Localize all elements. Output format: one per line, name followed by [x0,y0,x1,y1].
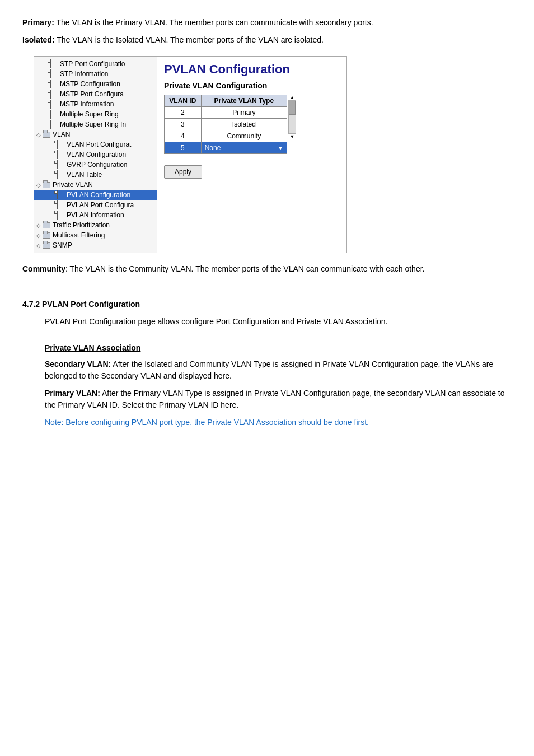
nav-item-mstp-config[interactable]: MSTP Configuration [34,79,157,89]
nav-item-mstp-info[interactable]: MSTP Information [34,99,157,109]
scroll-up-icon[interactable]: ▲ [288,95,296,100]
table-row[interactable]: 2 Primary [165,107,287,119]
col-vlan-type: Private VLAN Type [201,95,287,107]
nav-item-vlan-config[interactable]: VLAN Configuration [34,150,157,160]
para2-text: The VLAN is the Isolated VLAN. The membe… [55,35,324,44]
vlan-type-isolated: Isolated [201,119,287,130]
section-desc: PVLAN Port Configuration page allows con… [45,316,512,328]
col-vlan-id: VLAN ID [165,95,202,107]
vlan-id-5: 5 [165,142,202,154]
assoc-title: Private VLAN Association [45,342,512,354]
primary-vlan-text: After the Primary VLAN Type is assigned … [45,389,505,409]
nav-group-pvlan[interactable]: ◇ Private VLAN [34,180,157,190]
pvlan-table: VLAN ID Private VLAN Type 2 Primary 3 Is… [164,95,287,154]
para1-label: Primary: [22,18,54,27]
nav-item-vlan-port[interactable]: VLAN Port Configurat [34,139,157,150]
para2: Isolated: The VLAN is the Isolated VLAN.… [22,34,512,46]
nav-panel: STP Port Configuratio STP Information MS… [34,57,157,253]
nav-group-vlan[interactable]: ◇ VLAN [34,129,157,139]
table-scrollbar[interactable]: ▲ ▼ [288,95,296,139]
secondary-vlan-text: After the Isolated and Community VLAN Ty… [45,360,493,380]
nav-item-vlan-table[interactable]: VLAN Table [34,170,157,180]
nav-item-pvlan-port[interactable]: PVLAN Port Configura [34,200,157,210]
vlan-id-3: 3 [165,119,202,130]
apply-section: Apply [164,165,340,179]
vlan-id-4: 4 [165,130,202,142]
primary-vlan-para: Primary VLAN: After the Primary VLAN Typ… [45,388,512,411]
apply-button[interactable]: Apply [164,165,202,179]
section-header-text: 4.7.2 PVLAN Port Configuration [22,300,140,309]
vlan-type-none[interactable]: None ▼ [201,142,287,154]
nav-group-snmp[interactable]: ◇ SNMP [34,240,157,250]
nav-item-mstp-port[interactable]: MSTP Port Configura [34,89,157,99]
note-text: Note: Before configuring PVLAN port type… [45,417,512,428]
scroll-down-icon[interactable]: ▼ [288,134,296,139]
pvlan-config-subtitle: Private VLAN Configuration [164,81,340,90]
para1: Primary: The VLAN is the Primary VLAN. T… [22,17,512,29]
section-header: 4.7.2 PVLAN Port Configuration [22,298,512,310]
para3-label: Community [22,264,65,273]
screenshot-container: STP Port Configuratio STP Information MS… [34,56,347,253]
pvlan-config-title: PVLAN Configuration [164,62,340,77]
nav-item-msr-info[interactable]: Multiple Super Ring In [34,119,157,129]
dropdown-arrow-icon[interactable]: ▼ [278,145,283,151]
config-panel: PVLAN Configuration Private VLAN Configu… [157,57,346,253]
vlan-id-2: 2 [165,107,202,119]
para2-label: Isolated: [22,35,55,44]
nav-item-pvlan-info[interactable]: PVLAN Information [34,210,157,220]
nav-item-msr[interactable]: Multiple Super Ring [34,109,157,119]
nav-group-traffic[interactable]: ◇ Traffic Prioritization [34,220,157,230]
table-row[interactable]: 4 Community [165,130,287,142]
para1-text: The VLAN is the Primary VLAN. The member… [54,18,373,27]
scroll-track[interactable] [288,100,296,134]
scroll-thumb[interactable] [289,101,296,115]
table-scroll-container: VLAN ID Private VLAN Type 2 Primary 3 Is… [164,95,340,160]
nav-item-pvlan-config[interactable]: PVLAN Configuration [34,190,157,200]
vlan-type-community: Community [201,130,287,142]
nav-group-multicast[interactable]: ◇ Multicast Filtering [34,230,157,240]
nav-item-stp-port[interactable]: STP Port Configuratio [34,59,157,69]
vlan-type-primary: Primary [201,107,287,119]
secondary-vlan-para: Secondary VLAN: After the Isolated and C… [45,358,512,382]
table-row-selected[interactable]: 5 None ▼ [165,142,287,154]
para3-text: : The VLAN is the Community VLAN. The me… [65,264,424,273]
nav-item-gvrp[interactable]: GVRP Configuration [34,160,157,170]
nav-item-stp-info[interactable]: STP Information [34,69,157,79]
para3: Community: The VLAN is the Community VLA… [22,263,512,275]
secondary-vlan-label: Secondary VLAN: [45,360,111,368]
primary-vlan-label: Primary VLAN: [45,389,100,398]
table-row[interactable]: 3 Isolated [165,119,287,130]
